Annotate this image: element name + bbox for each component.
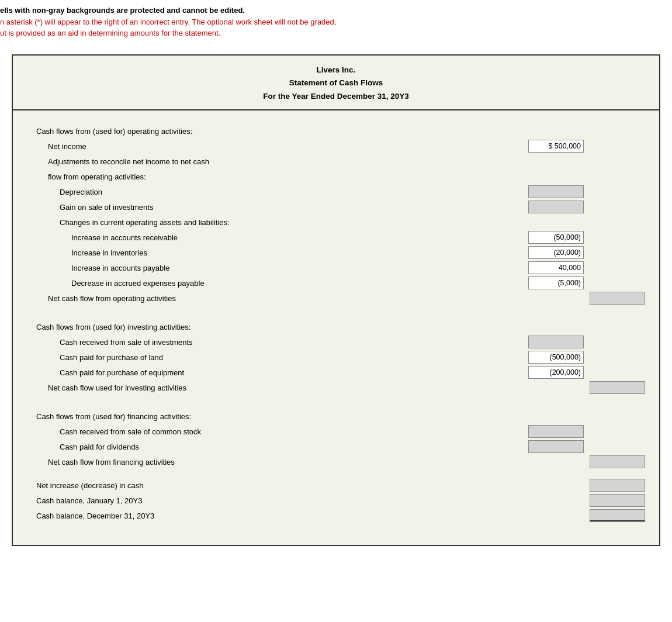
statement-body: Cash flows from (used for) operating act… — [13, 110, 659, 545]
adjustments-row2: flow from operating activities: — [36, 170, 647, 184]
inv-item-0-label: Cash received from sale of investments — [36, 338, 525, 347]
net-operating-label: Net cash flow from operating activities — [36, 294, 525, 303]
op-item-2: Increase in accounts payable 40,000 — [36, 261, 647, 275]
inv-item-1-right: (500,000) — [525, 351, 647, 364]
fin-item-0: Cash received from sale of common stock — [36, 424, 647, 438]
financing-section-header: Cash flows from (used for) financing act… — [36, 412, 647, 421]
inv-item-0-input[interactable] — [528, 336, 584, 348]
cash-end-row: Cash balance, December 31, 20Y3 — [36, 509, 647, 523]
net-financing-row: Net cash flow from financing activities — [36, 455, 647, 469]
changes-label: Changes in current operating assets and … — [36, 218, 647, 227]
inv-item-1-value: (500,000) — [528, 351, 584, 364]
net-income-col1: $ 500,000 — [525, 140, 586, 153]
net-financing-label: Net cash flow from financing activities — [36, 458, 525, 466]
net-income-value: $ 500,000 — [528, 140, 584, 153]
op-item-0-label: Increase in accounts receivable — [36, 233, 525, 242]
gain-row: Gain on sale of investments — [36, 200, 647, 214]
cash-end-input[interactable] — [590, 509, 645, 522]
op-item-2-label: Increase in accounts payable — [36, 264, 525, 272]
op-item-3-right: (5,000) — [525, 277, 647, 289]
fin-item-1-label: Cash paid for dividends — [36, 443, 525, 451]
gain-input[interactable] — [528, 201, 584, 213]
net-income-row: Net income $ 500,000 — [36, 139, 647, 153]
net-investing-row: Net cash flow used for investing activit… — [36, 381, 647, 395]
statement-period: For the Year Ended December 31, 20Y3 — [19, 90, 653, 103]
warning-red-line1: n asterisk (*) will appear to the right … — [0, 16, 663, 28]
inv-item-1: Cash paid for purchase of land (500,000) — [36, 350, 647, 364]
cash-end-right — [525, 509, 647, 522]
warning-bold: ells with non-gray backgrounds are prote… — [0, 5, 663, 16]
gain-right — [525, 201, 647, 213]
op-item-3-value: (5,000) — [528, 277, 584, 289]
op-item-3-label: Decrease in accrued expenses payable — [36, 279, 525, 288]
inv-item-2-value: (200,000) — [528, 366, 584, 379]
net-financing-right — [525, 455, 647, 468]
depreciation-col1 — [525, 185, 586, 198]
gain-label: Gain on sale of investments — [36, 203, 525, 212]
op-item-1-value: (20,000) — [528, 246, 584, 259]
op-item-1-right: (20,000) — [525, 246, 647, 259]
cash-begin-row: Cash balance, January 1, 20Y3 — [36, 493, 647, 507]
op-item-2-value: 40,000 — [528, 261, 584, 274]
cash-begin-input[interactable] — [590, 494, 645, 507]
net-financing-input[interactable] — [590, 455, 645, 468]
op-item-0-value: (50,000) — [528, 231, 584, 244]
warning-red-line2: ut is provided as an aid in determining … — [0, 27, 663, 39]
op-item-0-right: (50,000) — [525, 231, 647, 244]
net-investing-input[interactable] — [590, 381, 645, 394]
net-investing-label: Net cash flow used for investing activit… — [36, 383, 525, 392]
operating-section-header: Cash flows from (used for) operating act… — [36, 127, 647, 136]
op-item-0: Increase in accounts receivable (50,000) — [36, 230, 647, 244]
statement-title: Statement of Cash Flows — [19, 77, 653, 90]
depreciation-label: Depreciation — [36, 188, 525, 196]
inv-item-2-label: Cash paid for purchase of equipment — [36, 368, 525, 377]
net-income-label: Net income — [36, 142, 525, 151]
statement-header: Livers Inc. Statement of Cash Flows For … — [13, 56, 659, 111]
gain-col1 — [525, 201, 586, 213]
depreciation-input[interactable] — [528, 185, 584, 198]
net-increase-row: Net increase (decrease) in cash — [36, 478, 647, 492]
depreciation-row: Depreciation — [36, 185, 647, 199]
fin-item-1-right — [525, 440, 647, 453]
inv-item-0: Cash received from sale of investments — [36, 335, 647, 349]
fin-item-0-label: Cash received from sale of common stock — [36, 427, 525, 436]
fin-item-1: Cash paid for dividends — [36, 440, 647, 454]
changes-header-row: Changes in current operating assets and … — [36, 215, 647, 229]
fin-item-1-input[interactable] — [528, 440, 584, 453]
net-operating-input[interactable] — [590, 292, 645, 305]
net-increase-right — [525, 479, 647, 492]
inv-item-1-label: Cash paid for purchase of land — [36, 353, 525, 362]
net-income-right: $ 500,000 — [525, 140, 647, 153]
net-operating-right — [525, 292, 647, 305]
cash-begin-label: Cash balance, January 1, 20Y3 — [36, 496, 525, 505]
op-item-1: Increase in inventories (20,000) — [36, 246, 647, 260]
inv-item-0-right — [525, 336, 647, 348]
fin-item-0-input[interactable] — [528, 425, 584, 438]
net-increase-input[interactable] — [590, 479, 645, 492]
op-item-3: Decrease in accrued expenses payable (5,… — [36, 276, 647, 290]
fin-item-0-right — [525, 425, 647, 438]
adjustments-label: Adjustments to reconcile net income to n… — [36, 157, 525, 166]
net-increase-label: Net increase (decrease) in cash — [36, 481, 525, 490]
inv-item-2: Cash paid for purchase of equipment (200… — [36, 365, 647, 379]
inv-item-2-right: (200,000) — [525, 366, 647, 379]
depreciation-right — [525, 185, 647, 198]
adjustments-row1: Adjustments to reconcile net income to n… — [36, 154, 647, 168]
net-investing-right — [525, 381, 647, 394]
op-item-1-label: Increase in inventories — [36, 248, 525, 257]
adjustments-label2: flow from operating activities: — [36, 172, 647, 181]
company-name: Livers Inc. — [19, 64, 653, 77]
investing-section-header: Cash flows from (used for) investing act… — [36, 323, 647, 331]
statement-container: Livers Inc. Statement of Cash Flows For … — [12, 54, 660, 547]
op-item-2-right: 40,000 — [525, 261, 647, 274]
cash-end-label: Cash balance, December 31, 20Y3 — [36, 512, 525, 520]
cash-begin-right — [525, 494, 647, 507]
net-operating-row: Net cash flow from operating activities — [36, 291, 647, 305]
